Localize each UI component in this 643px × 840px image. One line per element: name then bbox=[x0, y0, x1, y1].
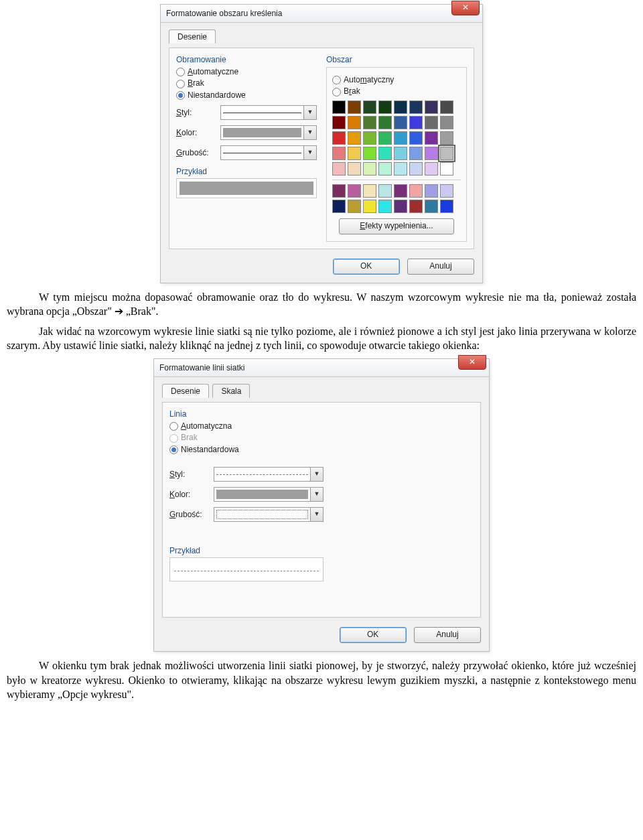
color-swatch[interactable] bbox=[363, 200, 376, 213]
color-swatch[interactable] bbox=[332, 147, 346, 160]
radio-line-auto[interactable]: Automatyczna bbox=[169, 421, 324, 431]
color-swatch[interactable] bbox=[440, 162, 453, 176]
chevron-down-icon[interactable]: ▼ bbox=[303, 126, 316, 139]
label-style: Styl: bbox=[169, 470, 210, 479]
color-swatch[interactable] bbox=[332, 200, 346, 213]
color-swatch[interactable] bbox=[394, 131, 407, 145]
radio-line-custom[interactable]: Niestandardowa bbox=[169, 445, 324, 454]
area-group-title: Obszar bbox=[326, 55, 467, 64]
format-gridline-dialog: Formatowanie linii siatki ✕ Desenie Skal… bbox=[153, 358, 490, 652]
tab-patterns[interactable]: Desenie bbox=[169, 29, 216, 44]
color-swatch[interactable] bbox=[332, 184, 346, 198]
color-swatch[interactable] bbox=[378, 184, 392, 198]
color-swatch[interactable] bbox=[440, 116, 453, 129]
color-swatch[interactable] bbox=[378, 147, 392, 160]
color-swatch[interactable] bbox=[394, 100, 407, 114]
tab-patterns[interactable]: Desenie bbox=[162, 384, 209, 398]
radio-border-none[interactable]: Brak bbox=[176, 78, 317, 88]
combo-color[interactable]: ▼ bbox=[220, 125, 317, 140]
color-swatch[interactable] bbox=[409, 116, 423, 129]
border-group-title: Obramowanie bbox=[176, 55, 317, 64]
combo-style[interactable]: ▼ bbox=[214, 467, 324, 482]
close-icon[interactable]: ✕ bbox=[451, 1, 480, 15]
label-color: Kolor: bbox=[169, 490, 210, 499]
paragraph-3: W okienku tym brak jednak możliwości utw… bbox=[7, 658, 636, 702]
close-icon[interactable]: ✕ bbox=[458, 355, 486, 370]
color-swatch[interactable] bbox=[332, 162, 346, 176]
color-swatch[interactable] bbox=[394, 147, 407, 160]
color-swatch[interactable] bbox=[363, 184, 376, 198]
color-swatch[interactable] bbox=[348, 131, 361, 145]
color-swatch[interactable] bbox=[440, 100, 453, 114]
color-swatch[interactable] bbox=[425, 116, 438, 129]
color-swatch[interactable] bbox=[332, 131, 346, 145]
color-swatch[interactable] bbox=[409, 162, 423, 176]
label-color: Kolor: bbox=[176, 128, 216, 137]
label-style: Styl: bbox=[176, 108, 216, 117]
combo-color[interactable]: ▼ bbox=[214, 487, 324, 502]
label-width: Grubość: bbox=[169, 510, 210, 519]
color-swatch[interactable] bbox=[394, 162, 407, 176]
color-swatch[interactable] bbox=[425, 100, 438, 114]
color-swatch[interactable] bbox=[409, 147, 423, 160]
line-group-title: Linia bbox=[169, 409, 324, 419]
color-swatch[interactable] bbox=[409, 200, 423, 213]
chevron-down-icon[interactable]: ▼ bbox=[310, 488, 323, 501]
color-swatch[interactable] bbox=[348, 116, 361, 129]
color-swatch[interactable] bbox=[394, 200, 407, 213]
color-swatch[interactable] bbox=[348, 147, 361, 160]
label-width: Grubość: bbox=[176, 148, 216, 157]
chevron-down-icon[interactable]: ▼ bbox=[303, 106, 316, 119]
combo-style[interactable]: ▼ bbox=[220, 105, 317, 120]
radio-border-custom[interactable]: Niestandardowe bbox=[176, 90, 317, 100]
radio-border-auto[interactable]: AAutomatyczneutomatyczne bbox=[176, 67, 317, 76]
color-swatch[interactable] bbox=[332, 100, 346, 114]
color-swatch[interactable] bbox=[425, 147, 438, 160]
dialog-titlebar[interactable]: Formatowanie obszaru kreślenia ✕ bbox=[161, 5, 482, 23]
color-swatch[interactable] bbox=[440, 131, 453, 145]
chevron-down-icon[interactable]: ▼ bbox=[310, 508, 323, 521]
color-swatch[interactable] bbox=[425, 200, 438, 213]
color-swatch[interactable] bbox=[394, 116, 407, 129]
color-swatch[interactable] bbox=[348, 162, 361, 176]
cancel-button[interactable]: Anuluj bbox=[407, 259, 474, 275]
color-swatch[interactable] bbox=[440, 200, 453, 213]
color-swatch[interactable] bbox=[394, 184, 407, 198]
color-swatch[interactable] bbox=[378, 162, 392, 176]
color-swatch[interactable] bbox=[440, 184, 453, 198]
color-swatch[interactable] bbox=[409, 184, 423, 198]
tab-scale[interactable]: Skala bbox=[212, 384, 250, 398]
color-swatch[interactable] bbox=[332, 116, 346, 129]
color-swatch[interactable] bbox=[363, 131, 376, 145]
radio-area-auto[interactable]: Automatyczny bbox=[332, 75, 461, 84]
color-swatch[interactable] bbox=[378, 131, 392, 145]
color-swatch[interactable] bbox=[440, 147, 453, 160]
chevron-down-icon[interactable]: ▼ bbox=[310, 468, 323, 481]
color-swatch[interactable] bbox=[425, 131, 438, 145]
color-swatch[interactable] bbox=[348, 200, 361, 213]
combo-width[interactable]: ▼ bbox=[220, 145, 317, 160]
color-swatch[interactable] bbox=[363, 116, 376, 129]
ok-button[interactable]: OK bbox=[333, 259, 400, 275]
ok-button[interactable]: OK bbox=[340, 627, 407, 643]
paragraph-1: W tym miejscu można dopasować obramowani… bbox=[7, 290, 636, 319]
color-swatch[interactable] bbox=[363, 162, 376, 176]
color-swatch[interactable] bbox=[378, 200, 392, 213]
color-swatch[interactable] bbox=[378, 116, 392, 129]
fill-effects-button[interactable]: Efekty wypełnienia... bbox=[339, 218, 454, 234]
color-swatch[interactable] bbox=[378, 100, 392, 114]
color-swatch[interactable] bbox=[425, 184, 438, 198]
chevron-down-icon[interactable]: ▼ bbox=[303, 146, 316, 159]
color-swatch[interactable] bbox=[363, 100, 376, 114]
color-swatch[interactable] bbox=[425, 162, 438, 176]
combo-width[interactable]: ▼ bbox=[214, 507, 324, 522]
radio-area-none[interactable]: Brak bbox=[332, 86, 461, 96]
color-swatch[interactable] bbox=[409, 131, 423, 145]
example-label: Przykład bbox=[176, 167, 317, 176]
color-swatch[interactable] bbox=[409, 100, 423, 114]
color-swatch[interactable] bbox=[348, 100, 361, 114]
color-swatch[interactable] bbox=[363, 147, 376, 160]
color-swatch[interactable] bbox=[348, 184, 361, 198]
dialog-titlebar[interactable]: Formatowanie linii siatki ✕ bbox=[154, 359, 489, 377]
cancel-button[interactable]: Anuluj bbox=[414, 627, 481, 643]
